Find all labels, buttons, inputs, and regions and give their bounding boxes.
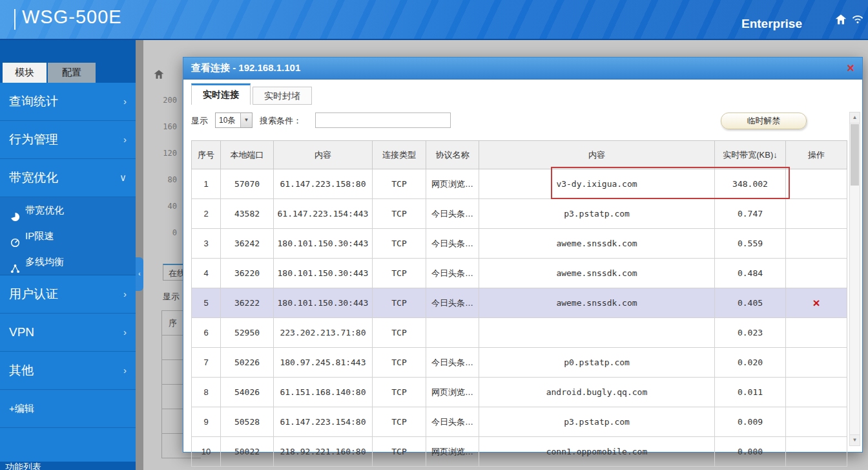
search-label: 搜索条件： (260, 115, 302, 127)
chevron-right-icon: › (123, 121, 127, 158)
sidebar-item-label: VPN (9, 325, 34, 339)
cell-index: 1 (192, 169, 221, 199)
scrollbar-thumb[interactable] (851, 124, 859, 186)
cell-remote-address: 180.101.150.30:443 (274, 229, 373, 259)
connection-row[interactable]: 7 50226 180.97.245.81:443 TCP 今日头条… p0.p… (192, 348, 847, 378)
cell-local-port: 36242 (221, 229, 274, 259)
cell-host: conn1.oppomobile.com (479, 437, 715, 467)
submenu-item-bandwidth-opt[interactable]: 带宽优化 (0, 197, 136, 223)
cell-local-port: 50226 (221, 348, 274, 378)
cell-protocol-name: 今日头条… (426, 199, 479, 229)
cell-host: aweme.snssdk.com (479, 288, 715, 318)
connection-row[interactable]: 10 50022 218.92.221.160:80 TCP 网页浏览… con… (192, 437, 847, 467)
temporary-unban-button[interactable]: 临时解禁 (721, 112, 807, 129)
chevron-right-icon: › (123, 83, 127, 120)
cell-index: 7 (192, 348, 221, 378)
cell-local-port: 36222 (221, 288, 274, 318)
wsg-admin-app: WSG-500E Enterprise 模块 配置 查询统计 › 行为管理 › … (0, 0, 868, 470)
tab-realtime-connections[interactable]: 实时连接 (191, 83, 251, 105)
cell-protocol-name: 今日头条… (426, 407, 479, 437)
cell-bandwidth: 0.020 (715, 348, 786, 378)
connection-row[interactable]: 8 54026 61.151.168.140:80 TCP 网页浏览… andr… (192, 378, 847, 407)
cell-connection-type: TCP (373, 437, 426, 467)
page-size-value: 10条 (219, 115, 235, 126)
close-icon[interactable]: × (847, 59, 854, 76)
dialog-tabs: 实时连接 实时封堵 (191, 83, 312, 105)
home-icon[interactable] (834, 13, 847, 26)
sidebar-tab-modules[interactable]: 模块 (3, 63, 46, 83)
connections-table: 序号 本地端口 内容 连接类型 协议名称 内容 实时带宽(KB)↓ 操作 1 5… (191, 140, 847, 467)
cell-protocol-name: 网页浏览… (426, 378, 479, 407)
cell-protocol-name: 今日头条… (426, 288, 479, 318)
cell-remote-address: 61.147.223.158:80 (274, 169, 373, 199)
sidebar-item-vpn[interactable]: VPN › (0, 314, 136, 352)
bandwidth-submenu: 带宽优化 IP限速 多线均衡 (0, 197, 136, 275)
cell-host: v3-dy.ixigua.com (479, 169, 715, 199)
cell-index: 3 (192, 229, 221, 259)
scroll-up-icon[interactable]: ▲ (850, 112, 860, 123)
sidebar-item-user-auth[interactable]: 用户认证 › (0, 275, 136, 314)
wifi-icon[interactable] (851, 13, 864, 26)
cell-index: 10 (192, 437, 221, 467)
cell-protocol-name: 今日头条… (426, 259, 479, 288)
submenu-item-ip-limit[interactable]: IP限速 (0, 223, 136, 249)
cell-protocol-name: 网页浏览… (426, 437, 479, 467)
table-header-row: 序号 本地端口 内容 连接类型 协议名称 内容 实时带宽(KB)↓ 操作 (192, 141, 847, 169)
sidebar-item-label: 用户认证 (9, 287, 58, 301)
cell-remote-address: 223.202.213.71:80 (274, 318, 373, 348)
cell-local-port: 54026 (221, 378, 274, 407)
cell-bandwidth: 0.405 (715, 288, 786, 318)
page-size-select[interactable]: 10条 ▼ (215, 112, 253, 128)
vertical-scrollbar[interactable]: ▲ ▼ (849, 112, 860, 446)
cell-protocol-name (426, 318, 479, 348)
sidebar-tab-config[interactable]: 配置 (48, 63, 96, 83)
cell-bandwidth: 0.484 (715, 259, 786, 288)
cell-remote-address: 61.151.168.140:80 (274, 378, 373, 407)
cell-bandwidth: 0.009 (715, 407, 786, 437)
sidebar-item-label: 其他 (9, 363, 34, 377)
cell-bandwidth: 0.559 (715, 229, 786, 259)
cell-bandwidth: 0.011 (715, 378, 786, 407)
cell-local-port: 52950 (221, 318, 274, 348)
cell-remote-address: 180.101.150.30:443 (274, 259, 373, 288)
sidebar-item-query-stats[interactable]: 查询统计 › (0, 83, 136, 121)
connection-row[interactable]: 6 52950 223.202.213.71:80 TCP 0.023 (192, 318, 847, 348)
connection-row[interactable]: 2 43582 61.147.223.154:443 TCP 今日头条… p3.… (192, 199, 847, 229)
cell-index: 2 (192, 199, 221, 229)
col-index: 序号 (192, 141, 221, 169)
chevron-right-icon: › (123, 314, 127, 351)
col-protocol-name: 协议名称 (426, 141, 479, 169)
search-input[interactable] (315, 112, 451, 128)
cell-connection-type: TCP (373, 169, 426, 199)
tab-realtime-blocking[interactable]: 实时封堵 (253, 87, 312, 105)
cell-connection-type: TCP (373, 318, 426, 348)
speedometer-icon (10, 231, 20, 241)
sidebar-item-behavior-mgmt[interactable]: 行为管理 › (0, 121, 136, 159)
cell-local-port: 36220 (221, 259, 274, 288)
connection-row[interactable]: 5 36222 180.101.150.30:443 TCP 今日头条… awe… (192, 288, 847, 318)
sidebar-item-bandwidth-opt[interactable]: 带宽优化 ∨ (0, 159, 136, 197)
sidebar-item-other[interactable]: 其他 › (0, 352, 136, 390)
submenu-item-multiline-balance[interactable]: 多线均衡 (0, 249, 136, 275)
scroll-down-icon[interactable]: ▼ (850, 434, 860, 445)
connection-row[interactable]: 4 36220 180.101.150.30:443 TCP 今日头条… awe… (192, 259, 847, 288)
cell-protocol-name: 网页浏览… (426, 169, 479, 199)
brand-accent (14, 9, 16, 30)
cell-local-port: 50528 (221, 407, 274, 437)
connection-row[interactable]: 1 57070 61.147.223.158:80 TCP 网页浏览… v3-d… (192, 169, 847, 199)
delete-connection-icon[interactable]: × (812, 296, 820, 310)
col-content2: 内容 (479, 141, 715, 169)
connection-row[interactable]: 9 50528 61.147.223.154:80 TCP 今日头条… p3.p… (192, 407, 847, 437)
cell-index: 6 (192, 318, 221, 348)
sidebar: 模块 配置 查询统计 › 行为管理 › 带宽优化 ∨ 带宽优化 (0, 40, 136, 470)
cell-host: aweme.snssdk.com (479, 259, 715, 288)
cell-host (479, 318, 715, 348)
cell-connection-type: TCP (373, 378, 426, 407)
connection-row[interactable]: 3 36242 180.101.150.30:443 TCP 今日头条… awe… (192, 229, 847, 259)
sidebar-item-edit[interactable]: +编辑 (0, 390, 136, 428)
col-content: 内容 (274, 141, 373, 169)
sidebar-collapse-handle[interactable]: ‹ (136, 257, 143, 291)
col-bandwidth-sort[interactable]: 实时带宽(KB)↓ (715, 141, 786, 169)
dropdown-arrow-icon[interactable]: ▼ (240, 113, 252, 127)
cell-connection-type: TCP (373, 199, 426, 229)
